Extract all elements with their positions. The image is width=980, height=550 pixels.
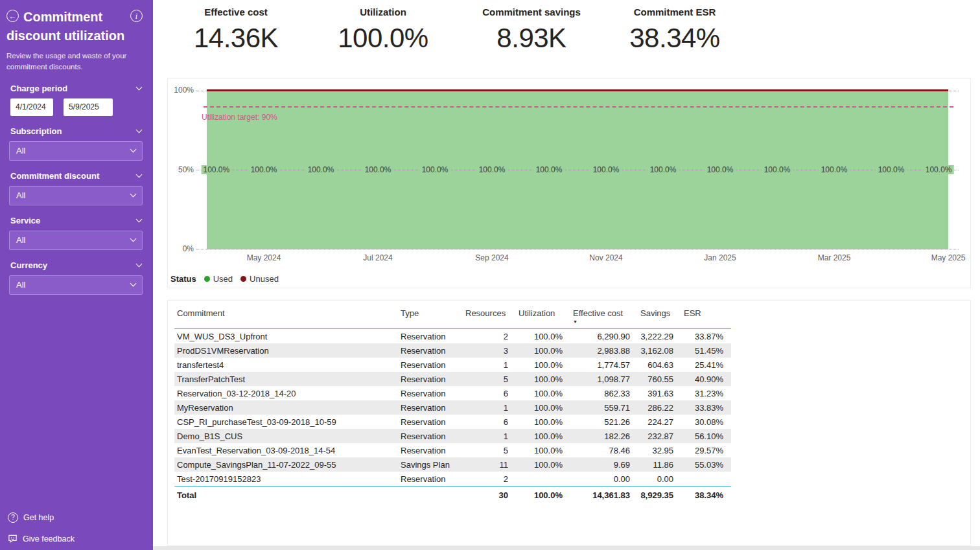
table-cell: 11.86 [638,457,681,472]
column-header-label: Resources [465,308,506,318]
data-label: 100.0% [648,165,679,174]
chevron-down-icon[interactable] [136,127,143,133]
table-row[interactable]: TransferPatchTestReservation5100.0%1,098… [174,372,731,386]
table-cell: Reservation [398,343,463,358]
help-icon: ? [8,512,18,523]
legend-item-used[interactable]: Used [204,274,233,284]
page-subtitle: Review the usage and waste of your commi… [6,51,140,73]
table-row[interactable]: Demo_B1S_CUSReservation1100.0%182.26232.… [174,429,731,443]
kpi-utilization: Utilization 100.0% [305,6,461,54]
dropdown-value: All [16,190,25,200]
filter-header-currency[interactable]: Currency [10,260,141,270]
kpi-value: 38.34% [597,23,752,54]
table-cell: 1,774.57 [570,358,638,372]
table-row[interactable]: CSP_RI_purchaseTest_03-09-2018_10-59Rese… [174,415,731,429]
filter-header-service[interactable]: Service [10,216,141,225]
table-cell: 6 [463,386,516,400]
table-row[interactable]: Test-20170919152823Reservation20.000.00 [174,472,731,487]
back-icon[interactable]: ← [6,10,19,22]
table-row[interactable]: VM_WUS_DS3_UpfrontReservation2100.0%6,29… [174,329,731,344]
table-cell: 6 [463,415,516,429]
commitment-discount-dropdown[interactable]: All [9,186,143,205]
column-header-label: Commitment [177,308,225,318]
give-feedback-link[interactable]: Give feedback [8,534,75,544]
table-cell: 100.0% [516,343,570,358]
table-cell: Reservation [398,472,463,487]
table-row[interactable]: Compute_SavingsPlan_11-07-2022_09-55Savi… [174,457,731,472]
table-cell: 0.00 [570,472,638,487]
data-label: 100.0% [202,165,232,174]
table-cell: Demo_B1S_CUS [174,429,398,443]
bottom-strip [153,546,980,550]
table-cell: Reservation [398,429,463,443]
data-label: 100.0% [306,165,336,174]
info-icon[interactable]: i [130,10,143,22]
chevron-down-icon[interactable] [136,216,143,223]
table-cell: 29.57% [681,443,731,457]
chevron-down-icon[interactable] [136,261,143,268]
column-header-label: Savings [640,308,670,318]
table-row[interactable]: EvanTest_Reservation_03-09-2018_14-54Res… [174,443,731,457]
charge-period-start-input[interactable]: 4/1/2024 [10,98,53,116]
total-cell: 38.34% [681,487,731,503]
chevron-down-icon [130,191,137,198]
table-cell: MyReservation [174,400,398,415]
table-cell: 0.00 [638,472,681,487]
table-row[interactable]: MyReservationReservation1100.0%559.71286… [174,400,731,415]
filter-label: Commitment discount [10,171,99,181]
data-label: 100.0% [477,165,508,174]
table-cell: 862.33 [570,386,638,400]
total-cell: 8,929.35 [638,487,681,503]
table-cell: EvanTest_Reservation_03-09-2018_14-54 [174,443,398,457]
column-header-effective-cost[interactable]: Effective cost▼ [570,306,638,329]
sidebar-header: ← i Commitment discount utilization [6,8,144,45]
filter-header-commitment-discount[interactable]: Commitment discount [10,171,141,181]
chevron-down-icon [130,236,137,242]
y-tick-label: 100% [168,86,194,96]
column-header-savings[interactable]: Savings [638,306,681,329]
currency-dropdown[interactable]: All [9,275,143,295]
column-header-label: Effective cost [573,308,623,318]
total-cell [398,487,463,503]
filter-header-charge-period[interactable]: Charge period [10,84,141,93]
column-header-resources[interactable]: Resources [463,306,516,329]
table-cell: Reservation [398,415,463,429]
table-cell: 224.27 [638,415,681,429]
dropdown-value: All [16,235,25,245]
column-header-type[interactable]: Type [398,306,463,329]
table-cell: 3,162.08 [638,343,681,358]
commitment-table-panel: Commitment Type Resources Utilization Ef… [167,300,971,546]
table-cell: 232.87 [638,429,681,443]
get-help-link[interactable]: ? Get help [8,512,75,523]
plot-area[interactable]: Utilization target: 90% 100.0%100.0%100.… [207,91,948,249]
subscription-dropdown[interactable]: All [9,141,143,161]
legend-dot [204,276,210,282]
table-row[interactable]: ProdDS1VMReservationReservation3100.0%2,… [174,343,731,358]
table-cell: 1 [463,358,516,372]
x-tick-label: May 2024 [247,253,281,262]
table-row[interactable]: Reservation_03-12-2018_14-20Reservation6… [174,386,731,400]
data-label: 100.0% [363,165,393,174]
x-tick-label: Jan 2025 [704,253,736,262]
filter-label: Charge period [10,84,67,93]
kpi-label: Commitment ESR [597,6,752,17]
table-cell: 1,098.77 [570,372,638,386]
give-feedback-label: Give feedback [23,534,75,544]
table-cell: ProdDS1VMReservation [174,343,398,358]
service-dropdown[interactable]: All [9,231,143,250]
table-cell: Test-20170919152823 [174,472,398,487]
chevron-down-icon[interactable] [136,172,143,178]
table-cell: VM_WUS_DS3_Upfront [174,329,398,344]
filter-header-subscription[interactable]: Subscription [10,126,141,136]
column-header-utilization[interactable]: Utilization [516,306,570,329]
legend-item-unused[interactable]: Unused [240,274,279,284]
column-header-esr[interactable]: ESR [681,306,731,329]
table-row[interactable]: transfertest4Reservation1100.0%1,774.576… [174,358,731,372]
dropdown-value: All [16,280,25,290]
table-cell: Savings Plan [398,457,463,472]
column-header-commitment[interactable]: Commitment [174,306,398,329]
chevron-down-icon[interactable] [136,84,143,91]
get-help-label: Get help [23,513,54,522]
table-cell: 25.41% [681,358,731,372]
charge-period-end-input[interactable]: 5/9/2025 [64,98,113,116]
